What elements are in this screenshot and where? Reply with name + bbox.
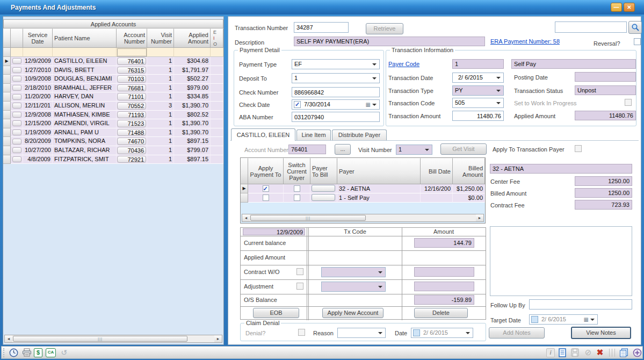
payer-to-bill-button[interactable] [312,194,335,201]
scrollbar-thumb[interactable]: ||| [250,215,366,221]
document-icon[interactable] [559,348,568,357]
scrollbar-thumb[interactable]: ||| [13,336,187,342]
follow-up-by-input[interactable] [529,299,632,309]
table-row[interactable]: 4/8/2009 FITZPATRICK, SMIT 72921 1 $897.… [3,155,223,164]
browse-account-button[interactable]: ... [335,144,351,155]
transaction-date-dropdown[interactable]: 2/ 6/2015 [452,73,504,83]
payer-grid-horizontal-scrollbar[interactable]: ◄ ||| ► [242,214,484,222]
search-input[interactable] [555,21,627,33]
add-circle-icon[interactable] [633,348,642,357]
delete-x-icon[interactable]: ✖ [595,348,605,357]
transaction-code-dropdown[interactable]: 505 [452,98,504,108]
scroll-left-icon[interactable]: ◄ [5,335,12,342]
print-icon[interactable] [22,348,32,357]
apply-to-transaction-payer-checkbox[interactable] [575,145,582,152]
switch-payer-checkbox[interactable] [294,195,300,201]
aba-number-input[interactable] [292,112,380,122]
denial-date-checkbox[interactable] [413,329,420,336]
tab-distribute-payer[interactable]: Distribute Payer [332,129,387,140]
table-row[interactable]: 2/18/2010 BRAMHALL, JEFFER 76681 1 $979.… [3,84,223,93]
col-account-number[interactable]: Account Number [117,28,147,48]
switch-payer-checkbox[interactable] [294,185,300,192]
apply-new-account-button[interactable]: Apply New Account [322,308,383,318]
get-visit-button[interactable]: Get Visit [440,143,487,155]
info-icon[interactable]: i [546,348,555,357]
close-button[interactable]: ✕ [624,3,635,12]
table-row[interactable]: 1/19/2009 ARNALL, PAM U 71488 1 $1,390.7… [3,128,223,138]
tab-line-item[interactable]: Line Item [296,129,331,140]
ca-icon[interactable]: CA [46,348,56,357]
reversal-checkbox[interactable] [634,38,641,45]
payer-to-bill-button[interactable] [312,185,335,192]
visit-number-dropdown[interactable]: 1 [396,145,432,155]
payment-dollar-icon[interactable]: $ [34,348,42,357]
denial-reason-dropdown[interactable] [337,328,386,338]
filter-select[interactable] [11,48,23,57]
check-date-checkbox[interactable] [294,101,301,108]
cancel-circle-icon[interactable]: ⊘ [583,348,593,357]
filter-patient-name[interactable] [53,48,117,57]
table-row[interactable]: 12/11/201 ALLISON, MERLIN 70552 3 $1,390… [3,102,223,111]
payer-col-payer-to-bill[interactable]: Payer To Bill [310,158,337,184]
check-date-picker[interactable]: 7/30/2014 ▦ [292,99,380,110]
tab-patient[interactable]: CASTILLO, EILEEN [231,128,295,141]
table-row[interactable]: ▶ 12/9/2009 CASTILLO, EILEEN 76401 1 $30… [3,57,223,66]
table-row[interactable]: 12/9/2008 MATHIASEN, KIMBE 71193 1 $802.… [3,111,223,120]
notes-box[interactable] [490,226,632,296]
payer-col-payer[interactable]: Payer [337,158,421,184]
scroll-left-icon[interactable]: ◄ [242,214,250,221]
target-date-checkbox[interactable] [531,316,538,323]
eob-button[interactable]: EOB [253,308,299,318]
table-row[interactable]: 8/20/2009 TOMPKINS, NORA 74670 1 $897.15 [3,137,223,146]
era-payment-number-link[interactable]: ERA Payment Number: 58 [490,38,560,45]
col-service-date[interactable]: Service Date [23,28,53,48]
filter-visit-number[interactable] [147,48,174,57]
table-row[interactable]: 10/9/2008 DOUGLAS, BENJAMI 70103 1 $502.… [3,75,223,84]
payer-col-apply[interactable]: Apply Payment To [248,158,284,184]
apply-payment-checkbox[interactable] [263,185,269,192]
filter-applied-amount[interactable] [174,48,211,57]
transaction-number-input[interactable] [294,22,349,33]
payer-col-switch[interactable]: Switch Current Payer [284,158,310,184]
payer-col-bill-date[interactable]: Bill Date [421,158,453,184]
col-patient-name[interactable]: Patient Name [53,28,117,48]
copy-pages-icon[interactable] [619,348,629,357]
retrieve-button[interactable]: Retrieve [366,23,403,34]
adjustment-checkbox[interactable] [296,283,303,290]
time-clock-icon[interactable] [9,348,19,357]
contract-wo-txcode-dropdown[interactable] [321,267,386,277]
minimize-button[interactable]: — [611,3,622,12]
denial-checkbox[interactable] [298,329,305,336]
payer-row[interactable]: 1 - Self Pay $0.00 [241,193,485,203]
scroll-right-icon[interactable]: ► [214,335,222,342]
payer-code-link[interactable]: Payer Code [388,61,419,67]
add-notes-button[interactable]: Add Notes [489,327,545,339]
grid-filter-row[interactable] [3,48,223,57]
search-button[interactable] [628,21,642,34]
view-notes-button[interactable]: View Notes [571,327,631,339]
payer-row[interactable]: ▶ 32 - AETNA 12/16/200 $1,250.00 [241,184,485,193]
col-applied-amount[interactable]: Applied Amount [174,28,211,48]
contract-wo-checkbox[interactable] [296,268,303,275]
scroll-right-icon[interactable]: ► [476,214,483,221]
adjustment-txcode-dropdown[interactable] [321,282,386,292]
wip-checkbox[interactable] [625,99,632,106]
transaction-amount-input[interactable] [452,111,504,121]
apply-payment-checkbox[interactable] [263,195,269,201]
col-visit-number[interactable]: Visit Number [147,28,174,48]
deposit-to-dropdown[interactable]: 1 [292,73,380,83]
title-bar[interactable]: Payments And Adjustments — ✕ [0,0,644,15]
table-row[interactable]: 12/15/200 ARIZMENDI, VIRGIL 71523 1 $1,3… [3,119,223,128]
payment-type-dropdown[interactable]: EF [292,59,380,69]
filter-service-date[interactable] [23,48,53,57]
delete-button[interactable]: Delete [414,308,468,318]
table-row[interactable]: 1/27/2010 DAVIS, BRETT 76315 1 $1,791.97 [3,66,223,75]
filter-account-number[interactable] [117,48,147,57]
table-row[interactable]: 10/27/200 BALTAZAR, RICHAR 70436 1 $799.… [3,146,223,155]
grid-horizontal-scrollbar[interactable]: ◄ ||| ► [4,335,222,343]
table-row[interactable]: 11/20/200 HARVEY, DAN 71101 1 $334.85 [3,92,223,102]
save-icon[interactable] [571,348,581,357]
denial-date-picker[interactable]: 2/ 6/2015 [411,328,473,338]
check-number-input[interactable] [292,87,380,97]
target-date-picker[interactable]: 2/ 6/2015 ▦ [529,314,598,325]
